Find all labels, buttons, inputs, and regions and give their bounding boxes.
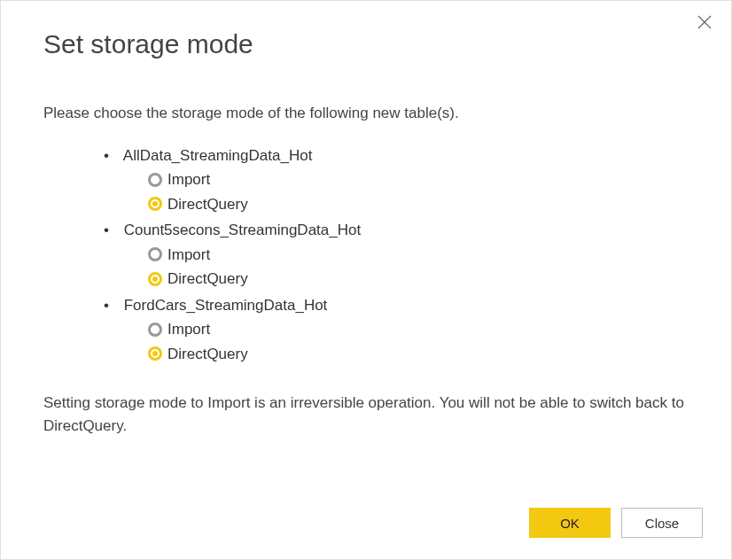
table-name: Count5secons_StreamingData_Hot (124, 222, 361, 238)
close-icon[interactable] (696, 13, 713, 31)
table-item: AllData_StreamingData_Hot Import DirectQ… (104, 144, 689, 216)
storage-option-import[interactable]: Import (148, 318, 689, 341)
dialog-title: Set storage mode (43, 29, 717, 59)
storage-option-directquery[interactable]: DirectQuery (148, 343, 689, 366)
table-name: FordCars_StreamingData_Hot (124, 297, 328, 314)
storage-option-import[interactable]: Import (148, 244, 689, 267)
option-label: DirectQuery (167, 343, 248, 366)
storage-option-directquery[interactable]: DirectQuery (148, 268, 689, 291)
table-name: AllData_StreamingData_Hot (123, 147, 313, 164)
radio-selected-icon (148, 346, 162, 361)
table-item: FordCars_StreamingData_Hot Import Direct… (104, 294, 689, 366)
tables-list: AllData_StreamingData_Hot Import DirectQ… (104, 144, 689, 366)
option-label: Import (167, 244, 210, 267)
set-storage-mode-dialog: Set storage mode Please choose the stora… (0, 0, 732, 560)
radio-unselected-icon (148, 323, 162, 337)
warning-text: Setting storage mode to Import is an irr… (43, 392, 689, 439)
close-button[interactable]: Close (621, 508, 703, 538)
option-label: DirectQuery (167, 268, 248, 291)
option-label: Import (167, 318, 210, 341)
option-label: DirectQuery (167, 193, 248, 216)
radio-unselected-icon (148, 173, 162, 187)
dialog-content: Please choose the storage mode of the fo… (43, 102, 689, 439)
intro-text: Please choose the storage mode of the fo… (43, 102, 689, 125)
dialog-buttons: OK Close (529, 508, 703, 538)
storage-option-directquery[interactable]: DirectQuery (148, 193, 689, 216)
radio-selected-icon (148, 197, 162, 211)
radio-unselected-icon (148, 247, 162, 261)
option-label: Import (167, 168, 210, 191)
table-item: Count5secons_StreamingData_Hot Import Di… (104, 219, 689, 291)
radio-selected-icon (148, 272, 162, 286)
storage-option-import[interactable]: Import (148, 168, 689, 191)
ok-button[interactable]: OK (529, 508, 611, 538)
